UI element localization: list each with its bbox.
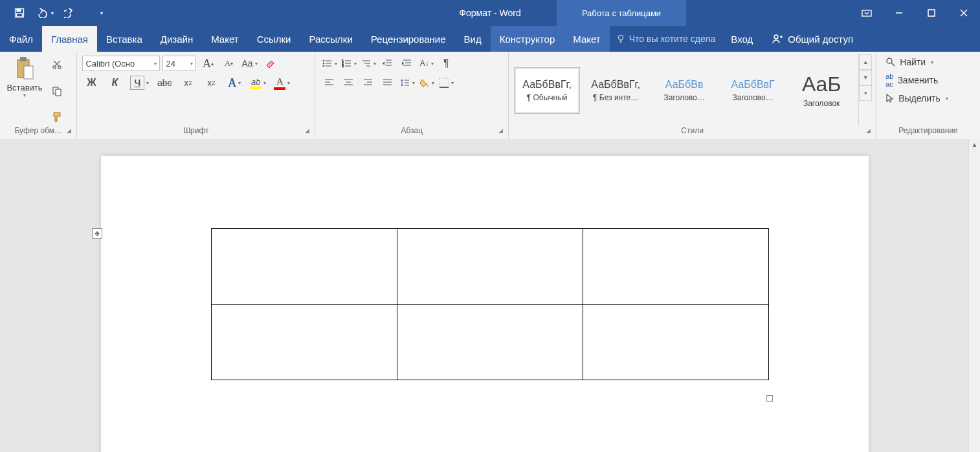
font-color-button[interactable]: A	[273, 75, 291, 91]
paragraph-dialog-launcher[interactable]: ◢	[498, 127, 503, 134]
ribbon-display-button[interactable]	[851, 0, 883, 26]
grow-font-button[interactable]: A▴	[199, 56, 217, 71]
style-name: Заголовок	[790, 99, 852, 108]
multilevel-list-button[interactable]	[359, 56, 377, 71]
style-item[interactable]: АаБбВвГг,¶ Обычный	[514, 67, 580, 114]
ribbon: Вставить ▾ Буфер обм…◢ Calibri (Осно▾ 24…	[0, 52, 980, 140]
styles-gallery[interactable]: АаБбВвГг,¶ ОбычныйАаБбВвГг,¶ Без инте…Аа…	[513, 54, 856, 126]
subscript-button[interactable]: x2	[179, 75, 197, 91]
table-cell[interactable]	[211, 305, 397, 380]
format-painter-button[interactable]	[48, 109, 66, 125]
styles-down-button[interactable]: ▼	[859, 70, 872, 85]
svg-point-17	[53, 66, 56, 69]
replace-button[interactable]: abac Заменить	[885, 72, 948, 88]
page[interactable]: ✥	[101, 156, 869, 452]
table-cell[interactable]	[397, 305, 583, 380]
tab-view[interactable]: Вид	[455, 26, 491, 52]
sign-in-button[interactable]: Вход	[722, 26, 762, 52]
strikethrough-button[interactable]: abc	[155, 75, 173, 91]
text-effects-button[interactable]: A	[225, 75, 243, 91]
tab-table-design[interactable]: Конструктор	[491, 26, 564, 52]
tab-insert[interactable]: Вставка	[97, 26, 151, 52]
cut-button[interactable]	[48, 57, 66, 72]
vertical-scrollbar[interactable]: ▲	[968, 139, 980, 452]
clear-formatting-button[interactable]	[262, 56, 280, 71]
font-size-combo[interactable]: 24▾	[162, 56, 196, 71]
scroll-up-button[interactable]: ▲	[969, 139, 980, 150]
copy-button[interactable]	[48, 83, 66, 99]
align-right-button[interactable]	[359, 75, 377, 91]
style-item[interactable]: АаБбВвГг,¶ Без инте…	[583, 67, 649, 114]
borders-button[interactable]	[437, 75, 455, 91]
numbering-button[interactable]: 123	[340, 56, 358, 71]
save-button[interactable]	[9, 0, 30, 26]
tab-references[interactable]: Ссылки	[248, 26, 300, 52]
style-item[interactable]: АаБбВвГЗаголово…	[720, 67, 786, 114]
style-preview: АаБбВвГ	[731, 79, 775, 91]
font-name-combo[interactable]: Calibri (Осно▾	[82, 56, 160, 71]
minimize-button[interactable]	[883, 0, 915, 26]
document-table[interactable]	[211, 228, 769, 380]
find-button[interactable]: Найти▾	[885, 57, 948, 67]
tab-table-layout[interactable]: Макет	[564, 26, 609, 52]
shading-button[interactable]	[418, 75, 436, 91]
decrease-indent-button[interactable]	[379, 56, 397, 71]
svg-rect-1	[17, 9, 21, 12]
sort-button[interactable]: A↓	[418, 56, 436, 71]
table-move-handle[interactable]: ✥	[92, 228, 102, 239]
share-label: Общий доступ	[788, 34, 853, 45]
bold-button[interactable]: Ж	[82, 75, 100, 91]
svg-rect-16	[24, 66, 33, 79]
svg-line-62	[891, 63, 895, 66]
font-dialog-launcher[interactable]: ◢	[305, 127, 309, 134]
tab-design[interactable]: Дизайн	[151, 26, 202, 52]
table-cell[interactable]	[211, 229, 397, 305]
clipboard-dialog-launcher[interactable]: ◢	[67, 127, 71, 134]
undo-button[interactable]: ▾	[30, 0, 59, 26]
table-cell[interactable]	[583, 229, 768, 305]
paste-button[interactable]: Вставить ▾	[4, 54, 45, 126]
svg-point-27	[323, 65, 324, 67]
close-button[interactable]	[948, 0, 980, 26]
tell-me-placeholder: Что вы хотите сдела	[629, 34, 716, 44]
window-title: Формат - Word	[0, 8, 980, 18]
document-area[interactable]: ✥	[0, 139, 969, 452]
underline-button[interactable]: Ч	[129, 75, 150, 91]
tab-file[interactable]: Файл	[0, 26, 42, 52]
select-button[interactable]: Выделить▾	[885, 93, 948, 103]
svg-rect-3	[862, 10, 871, 16]
increase-indent-button[interactable]	[398, 56, 416, 71]
superscript-button[interactable]: x2	[202, 75, 220, 91]
align-right-icon	[363, 78, 373, 87]
maximize-button[interactable]	[915, 0, 948, 26]
styles-dialog-launcher[interactable]: ◢	[866, 127, 871, 134]
tell-me-search[interactable]: Что вы хотите сдела	[610, 26, 722, 52]
tab-home[interactable]: Главная	[42, 26, 97, 52]
replace-icon: abac	[885, 72, 893, 88]
align-center-icon	[344, 78, 354, 87]
italic-button[interactable]: К	[106, 75, 124, 91]
table-cell[interactable]	[583, 305, 768, 380]
style-item[interactable]: АаБЗаголовок	[788, 67, 854, 114]
table-resize-handle[interactable]	[766, 395, 773, 402]
tab-mailings[interactable]: Рассылки	[300, 26, 361, 52]
change-case-button[interactable]: Aa	[240, 56, 258, 71]
style-item[interactable]: АаБбВвЗаголово…	[651, 67, 717, 114]
align-center-button[interactable]	[340, 75, 358, 91]
show-marks-button[interactable]: ¶	[437, 56, 455, 71]
table-cell[interactable]	[397, 229, 583, 305]
justify-button[interactable]	[379, 75, 397, 91]
share-icon	[771, 32, 784, 45]
tab-layout[interactable]: Макет	[202, 26, 247, 52]
redo-button[interactable]	[59, 0, 81, 26]
bullets-button[interactable]	[320, 56, 339, 71]
styles-more-button[interactable]: ▾	[859, 85, 872, 101]
qat-customize-button[interactable]: ▾	[81, 0, 108, 26]
shrink-font-button[interactable]: A▾	[219, 56, 238, 71]
align-left-button[interactable]	[320, 75, 339, 91]
styles-up-button[interactable]: ▲	[859, 54, 872, 70]
line-spacing-button[interactable]	[398, 75, 416, 91]
tab-review[interactable]: Рецензирование	[362, 26, 455, 52]
share-button[interactable]: Общий доступ	[762, 26, 862, 52]
highlight-color-button[interactable]: ab	[249, 75, 267, 91]
